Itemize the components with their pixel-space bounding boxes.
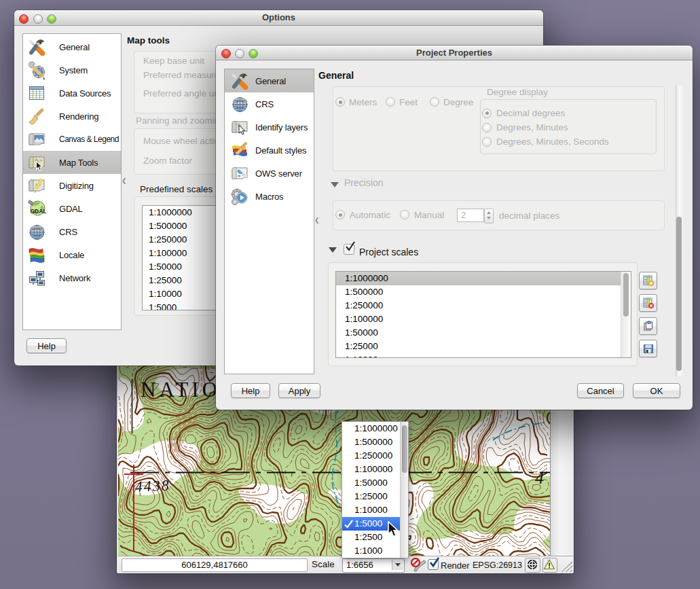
svg-text:4: 4 [535,468,544,488]
svg-text:4438: 4438 [134,476,170,495]
